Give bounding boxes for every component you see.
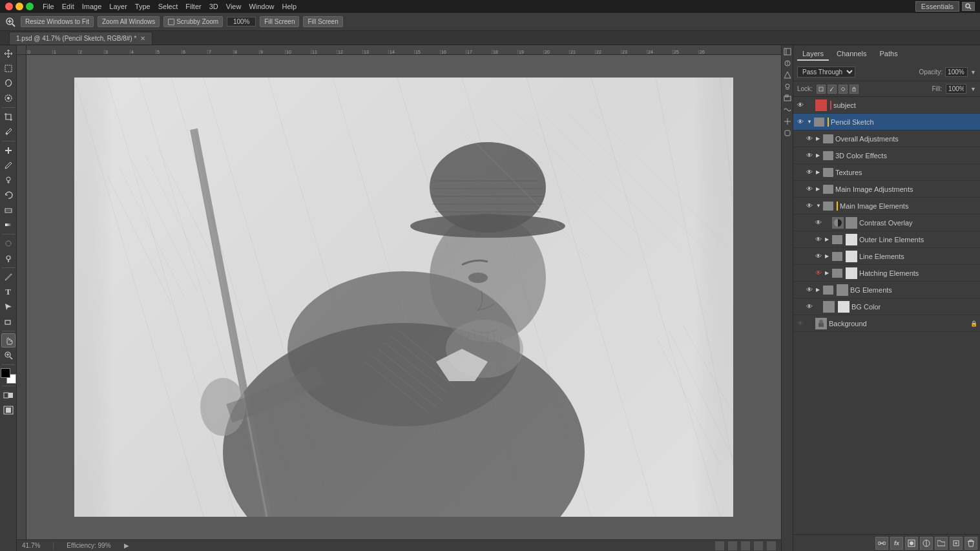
layer-link-btn[interactable]	[875, 537, 888, 550]
layer-overall-adjustments[interactable]: 👁 ▶ Overall Adjustments	[793, 130, 980, 147]
healing-tool[interactable]	[1, 143, 16, 158]
tab-layers[interactable]: Layers	[797, 48, 829, 61]
layer-expand-outer-line[interactable]: ▶	[825, 236, 830, 242]
layer-eye-bg-elements[interactable]: 👁	[805, 286, 814, 295]
layer-expand-overall-adj[interactable]: ▶	[816, 136, 821, 141]
status-icon-4[interactable]	[754, 541, 763, 550]
lock-position-icon[interactable]	[839, 85, 848, 94]
status-arrow[interactable]: ▶	[124, 542, 129, 549]
dodge-tool[interactable]	[1, 251, 16, 265]
hand-tool[interactable]	[1, 333, 16, 348]
layer-contrast-overlay[interactable]: 👁 Contrast Overlay	[793, 214, 980, 231]
layer-eye-3d-color[interactable]: 👁	[805, 151, 814, 160]
layer-subject[interactable]: 👁 subject	[793, 97, 980, 114]
canvas-container[interactable]	[26, 55, 781, 539]
menu-edit[interactable]: Edit	[58, 2, 78, 11]
layer-eye-background[interactable]: 👁	[796, 319, 805, 328]
layer-eye-hatching[interactable]: 👁	[814, 269, 823, 278]
lock-all-icon[interactable]	[850, 85, 859, 94]
menu-filter[interactable]: Filter	[182, 2, 205, 11]
layer-background[interactable]: 👁 Background 🔒	[793, 315, 980, 332]
lasso-tool[interactable]	[1, 76, 16, 90]
layer-eye-textures[interactable]: 👁	[805, 168, 814, 177]
opacity-arrow[interactable]: ▼	[970, 69, 976, 76]
layer-adjustment-btn[interactable]	[920, 537, 933, 550]
layer-eye-subject[interactable]: 👁	[796, 101, 805, 110]
menu-image[interactable]: Image	[78, 2, 106, 11]
path-select-tool[interactable]	[1, 300, 16, 314]
menu-3d[interactable]: 3D	[205, 2, 222, 11]
right-tool-3[interactable]	[782, 70, 793, 80]
layer-eye-bg-color[interactable]: 👁	[805, 302, 814, 311]
scrubby-zoom-btn[interactable]: Scrubby Zoom	[163, 16, 223, 27]
right-tool-2[interactable]	[782, 58, 793, 68]
menu-layer[interactable]: Layer	[105, 2, 131, 11]
layer-bg-elements[interactable]: 👁 ▶ BG Elements	[793, 282, 980, 298]
layer-main-image-elements[interactable]: 👁 ▼ Main Image Elements	[793, 198, 980, 214]
menu-select[interactable]: Select	[154, 2, 182, 11]
layer-expand-line[interactable]: ▶	[825, 253, 830, 259]
pen-tool[interactable]	[1, 270, 16, 284]
layer-pencil-sketch[interactable]: 👁 ▼ Pencil Sketch	[793, 114, 980, 130]
layer-eye-main-adj[interactable]: 👁	[805, 185, 814, 194]
right-tool-7[interactable]	[782, 116, 793, 127]
tab-channels[interactable]: Channels	[831, 48, 871, 61]
layer-expand-3d-color[interactable]: ▶	[816, 152, 821, 158]
resize-windows-btn[interactable]: Resize Windows to Fit	[21, 16, 94, 27]
menu-help[interactable]: Help	[278, 2, 301, 11]
marquee-tool[interactable]	[1, 61, 16, 76]
layer-line-elements[interactable]: 👁 ▶ Line Elements	[793, 248, 980, 265]
document-tab[interactable]: 1.psd @ 41.7% (Pencil Sketch, RGB/8#) * …	[9, 32, 152, 45]
layer-bg-color[interactable]: 👁 BG Color	[793, 298, 980, 315]
search-icon[interactable]	[962, 2, 975, 11]
quick-mask-btn[interactable]	[1, 388, 16, 402]
close-button[interactable]	[5, 3, 13, 10]
move-tool[interactable]	[1, 47, 16, 61]
layer-textures[interactable]: 👁 ▶ Textures	[793, 164, 980, 181]
eraser-tool[interactable]	[1, 203, 16, 217]
right-tool-8[interactable]	[782, 128, 793, 138]
lock-transparent-icon[interactable]	[817, 85, 826, 94]
menu-view[interactable]: View	[222, 2, 245, 11]
document-canvas[interactable]	[74, 78, 733, 517]
history-tool[interactable]	[1, 188, 16, 202]
lock-pixels-icon[interactable]	[828, 85, 837, 94]
blur-tool[interactable]	[1, 236, 16, 251]
layer-eye-pencil-sketch[interactable]: 👁	[796, 118, 805, 127]
layer-main-image-adj[interactable]: 👁 ▶ Main Image Adjustments	[793, 181, 980, 198]
minimize-button[interactable]	[16, 3, 23, 10]
blend-mode-select[interactable]: Pass Through Normal Multiply Screen	[797, 67, 855, 78]
brush-tool[interactable]	[1, 158, 16, 172]
layer-expand-main-adj[interactable]: ▶	[816, 186, 821, 192]
layer-expand-main-elements[interactable]: ▼	[816, 203, 821, 209]
maximize-button[interactable]	[26, 3, 34, 10]
gradient-tool[interactable]	[1, 218, 16, 232]
screen-mode-btn[interactable]	[1, 403, 16, 417]
workspace-selector[interactable]: Essentials	[915, 1, 959, 12]
layer-hatching[interactable]: 👁 ▶ Hatching Elements	[793, 265, 980, 282]
layer-eye-contrast[interactable]: 👁	[814, 218, 823, 227]
opacity-input[interactable]	[945, 67, 968, 77]
layer-eye-line[interactable]: 👁	[814, 252, 823, 261]
layer-fx-btn[interactable]: fx	[890, 537, 903, 550]
layer-expand-textures[interactable]: ▶	[816, 169, 821, 175]
clone-tool[interactable]	[1, 173, 16, 187]
right-tool-1[interactable]	[782, 47, 793, 57]
right-tool-5[interactable]	[782, 93, 793, 103]
status-icon-1[interactable]	[715, 541, 724, 550]
layer-mask-btn[interactable]	[905, 537, 918, 550]
layer-eye-main-elements[interactable]: 👁	[805, 202, 814, 211]
layer-outer-line[interactable]: 👁 ▶ Outer Line Elements	[793, 231, 980, 248]
layer-group-btn[interactable]	[935, 537, 948, 550]
status-icon-5[interactable]	[767, 541, 776, 550]
layer-expand-hatching[interactable]: ▶	[825, 270, 830, 276]
menu-window[interactable]: Window	[245, 2, 278, 11]
zoom-input[interactable]	[227, 17, 256, 26]
quick-select-tool[interactable]	[1, 91, 16, 105]
layer-new-btn[interactable]	[950, 537, 963, 550]
crop-tool[interactable]	[1, 110, 16, 124]
status-icon-3[interactable]	[741, 541, 750, 550]
layer-3d-color-effects[interactable]: 👁 ▶ 3D Color Effects	[793, 147, 980, 164]
layer-delete-btn[interactable]	[964, 537, 977, 550]
fill-screen2-btn[interactable]: Fill Screen	[303, 16, 342, 27]
